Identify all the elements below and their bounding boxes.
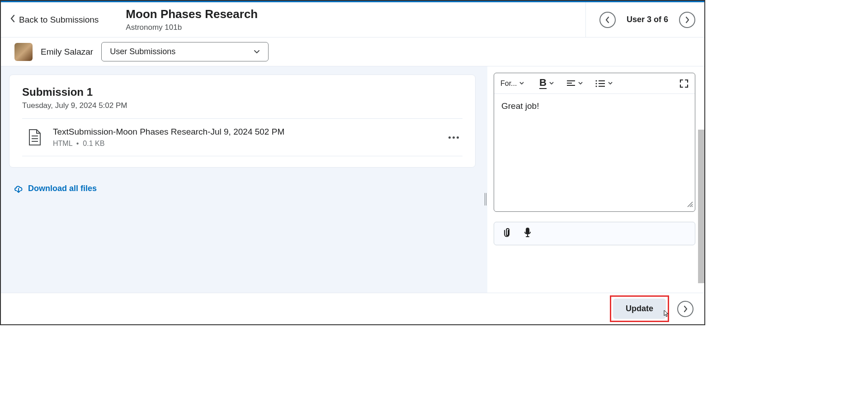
assignment-title: Moon Phases Research <box>126 7 585 21</box>
editor-toolbar: For... B <box>494 73 695 94</box>
chevron-left-icon <box>605 16 610 23</box>
assignment-info: Moon Phases Research Astronomy 101b <box>117 7 585 32</box>
chevron-right-icon <box>683 305 688 313</box>
dot-icon <box>448 136 451 139</box>
submission-card: Submission 1 Tuesday, July 9, 2024 5:02 … <box>9 75 476 168</box>
feedback-panel: For... B G <box>487 66 704 325</box>
submission-date: Tuesday, July 9, 2024 5:02 PM <box>22 101 462 119</box>
format-dropdown[interactable]: For... <box>500 79 527 88</box>
file-row: TextSubmission-Moon Phases Research-Jul … <box>22 119 462 156</box>
chevron-down-icon <box>254 50 260 54</box>
dot-icon <box>453 136 455 139</box>
chevron-down-icon <box>549 82 554 85</box>
chevron-left-icon <box>10 14 15 25</box>
chevron-down-icon <box>608 82 613 85</box>
panel-divider[interactable] <box>484 66 487 325</box>
back-to-submissions-link[interactable]: Back to Submissions <box>10 14 117 25</box>
user-navigation: User 3 of 6 <box>585 2 695 37</box>
user-submissions-dropdown[interactable]: User Submissions <box>101 42 269 61</box>
file-type: HTML <box>53 140 72 147</box>
dot-icon <box>457 136 459 139</box>
editor-content-area[interactable]: Great job! <box>494 94 695 211</box>
download-label: Download all files <box>28 184 97 193</box>
chevron-down-icon <box>519 82 524 85</box>
svg-point-7 <box>595 83 597 84</box>
chevron-right-icon <box>685 16 689 23</box>
dropdown-label: User Submissions <box>110 47 175 56</box>
svg-rect-15 <box>526 228 529 234</box>
next-user-button[interactable] <box>679 12 695 28</box>
svg-point-6 <box>595 80 597 81</box>
resize-handle[interactable] <box>686 200 693 210</box>
file-name[interactable]: TextSubmission-Moon Phases Research-Jul … <box>53 127 445 137</box>
subheader: Emily Salazar User Submissions <box>1 37 704 66</box>
cursor-pointer-icon <box>661 309 670 322</box>
bold-dropdown[interactable]: B <box>539 78 554 89</box>
feedback-editor: For... B G <box>494 73 695 212</box>
attach-file-button[interactable] <box>502 228 510 239</box>
back-label: Back to Submissions <box>19 15 99 25</box>
resize-icon <box>686 200 693 207</box>
grip-icon <box>485 193 486 206</box>
header: Back to Submissions Moon Phases Research… <box>1 2 704 37</box>
format-label: For... <box>500 79 517 88</box>
record-audio-button[interactable] <box>524 228 531 239</box>
footer: Update <box>1 293 704 324</box>
align-dropdown[interactable] <box>566 80 583 87</box>
update-highlight: Update <box>610 295 669 322</box>
download-cloud-icon <box>14 184 24 193</box>
svg-point-8 <box>595 85 597 87</box>
download-all-files-link[interactable]: Download all files <box>1 176 484 201</box>
attachment-bar <box>494 222 695 245</box>
file-meta: HTML • 0.1 KB <box>53 140 445 148</box>
file-info: TextSubmission-Moon Phases Research-Jul … <box>53 127 445 148</box>
bold-icon: B <box>539 78 547 89</box>
list-icon <box>595 80 605 87</box>
scrollbar[interactable] <box>698 130 704 283</box>
svg-line-14 <box>692 206 693 207</box>
student-avatar <box>14 43 33 61</box>
chevron-down-icon <box>578 82 583 85</box>
update-button[interactable]: Update <box>613 299 666 319</box>
document-icon <box>27 129 42 146</box>
align-left-icon <box>566 80 576 87</box>
file-more-actions[interactable] <box>445 133 462 142</box>
update-label: Update <box>626 304 653 313</box>
student-name: Emily Salazar <box>41 47 93 57</box>
paperclip-icon <box>502 228 510 238</box>
submission-panel: Submission 1 Tuesday, July 9, 2024 5:02 … <box>1 66 484 325</box>
list-dropdown[interactable] <box>595 80 613 87</box>
svg-line-12 <box>688 202 693 207</box>
prev-user-button[interactable] <box>599 12 616 28</box>
next-button[interactable] <box>677 301 693 317</box>
editor-text: Great job! <box>501 101 539 111</box>
fullscreen-icon <box>679 79 689 88</box>
user-position-label: User 3 of 6 <box>627 15 668 24</box>
course-name: Astronomy 101b <box>126 23 585 32</box>
fullscreen-button[interactable] <box>679 79 689 88</box>
submission-title: Submission 1 <box>22 86 462 98</box>
microphone-icon <box>524 228 531 238</box>
file-size: 0.1 KB <box>83 140 104 147</box>
main-area: Submission 1 Tuesday, July 9, 2024 5:02 … <box>1 66 704 325</box>
